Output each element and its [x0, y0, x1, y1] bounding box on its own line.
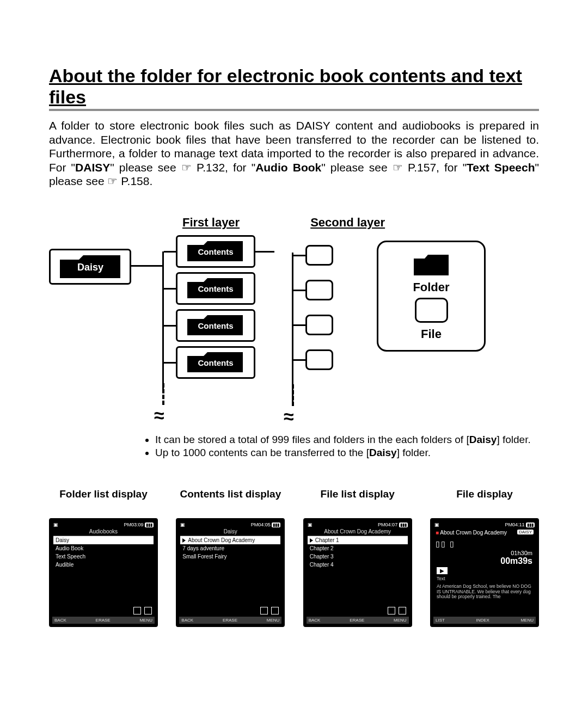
daisy-tag: DAISY [517, 530, 534, 534]
screen-folder-list: ▣PM03:09 ▮▮▮ Audiobooks Daisy Audio Book… [49, 518, 158, 627]
intro-text-speech: Text Speech [467, 161, 535, 174]
legend-box: Folder File [377, 241, 486, 352]
icon-small [271, 607, 279, 614]
list-item: Chapter 3 [308, 552, 408, 561]
screen-contents-list: ▣PM04:05 ▮▮▮ Daisy About Crown Dog Acade… [176, 518, 285, 627]
file-item [305, 245, 333, 266]
display-title-folder-list: Folder list display [49, 489, 158, 513]
intro-for: For " [49, 161, 75, 174]
connector [164, 288, 176, 290]
status-icon: ▣ [308, 522, 313, 527]
icon-small [133, 607, 141, 614]
legend-folder-label: Folder [385, 280, 477, 294]
status-icon: ▣ [434, 522, 439, 527]
intro-text-1: A folder to store electronic book files … [49, 119, 539, 159]
folder-root: Daisy [49, 249, 131, 285]
play-icon [182, 538, 186, 543]
connector [255, 251, 274, 253]
legend-file-shape [415, 298, 448, 323]
status-time: PM04:05 [251, 522, 271, 527]
folder-icon: Contents [186, 351, 246, 374]
legend-file-label: File [385, 327, 477, 341]
connector [293, 359, 305, 361]
folder-icon: Contents [186, 276, 246, 300]
intro-audio-book: Audio Book [255, 161, 321, 174]
icon-small [260, 607, 268, 614]
screen-heading: About Crown Dog Academy [308, 527, 408, 536]
softkey: MENU [267, 618, 280, 623]
icon-small [399, 607, 406, 614]
book-icons: ▯▯ ▯ [434, 538, 535, 550]
connector [162, 251, 164, 393]
battery-icon: ▮▮▮ [272, 523, 280, 527]
file-item [305, 315, 333, 335]
folder-contents: Contents [176, 309, 255, 342]
list-item: Chapter 4 [308, 561, 408, 569]
folder-tree: First layer Second layer Daisy ContentsC… [49, 216, 539, 459]
list-item: Audible [53, 561, 154, 569]
icon-small [388, 607, 395, 614]
file-item [305, 349, 333, 370]
battery-icon: ▮▮▮ [145, 523, 154, 527]
connector [293, 290, 305, 291]
folder-icon: Daisy [58, 253, 122, 280]
softkey: ERASE [223, 618, 237, 623]
icon-small [144, 607, 152, 614]
play-icon [310, 538, 313, 543]
softkey: ERASE [350, 618, 364, 623]
list-item: Small Forest Fairy [180, 552, 280, 561]
screen-heading: Audiobooks [53, 527, 154, 536]
wave-icon: ≈ [284, 406, 333, 427]
note-item: Up to 1000 contents can be transferred t… [155, 447, 539, 459]
file-item [305, 280, 333, 300]
folder-icon: Contents [186, 239, 246, 263]
status-time: PM04:11 [505, 522, 524, 527]
text-label: Text [434, 575, 535, 583]
play-button-icon: ▶ [437, 567, 448, 574]
list-item: About Crown Dog Academy [180, 536, 280, 544]
softkey: MENU [139, 618, 152, 623]
section-title: About the folder for electronic book con… [49, 65, 539, 111]
connector [164, 362, 176, 364]
softkey: MENU [520, 618, 534, 623]
folder-contents: Contents [176, 235, 255, 268]
softkey: LIST [436, 618, 445, 623]
softkey: BACK [54, 618, 66, 623]
folder-root-label: Daisy [77, 262, 103, 273]
display-title-file-list: File list display [303, 489, 412, 513]
intro-paragraph: A folder to store electronic book files … [49, 119, 539, 188]
connector [292, 253, 293, 402]
softkey: ERASE [96, 618, 111, 623]
text-body: At American Dog School, we believe NO DO… [434, 583, 535, 601]
connector [293, 324, 305, 326]
status-icon: ▣ [180, 522, 185, 527]
label-second-layer: Second layer [310, 216, 385, 230]
notes-list: It can be stored a total of 999 files an… [49, 434, 539, 459]
intro-audio-ref: " please see ☞ P.157, for " [321, 161, 467, 174]
list-item: Chapter 2 [308, 544, 408, 552]
intro-daisy-ref: " please see ☞ P.132, for " [110, 161, 255, 174]
list-item: Daisy [53, 536, 154, 544]
note-item: It can be stored a total of 999 files an… [155, 434, 539, 446]
list-item: Chapter 1 [308, 536, 408, 544]
display-previews: Folder list display ▣PM03:09 ▮▮▮ Audiobo… [49, 489, 539, 627]
display-title-file-display: File display [430, 489, 539, 513]
screen-file-display: ▣PM04:11 ▮▮▮ ■ About Crown Dog Academy D… [430, 518, 539, 627]
wave-icon: ≈ [154, 405, 274, 426]
softkey: BACK [181, 618, 193, 623]
softkey: BACK [309, 618, 321, 623]
display-title-contents-list: Contents list display [176, 489, 285, 513]
svg-text:Contents: Contents [198, 247, 234, 256]
status-time: PM03:09 [124, 522, 143, 527]
softkey: INDEX [476, 618, 489, 623]
connector [164, 325, 176, 327]
list-item: Text Speech [53, 552, 154, 561]
battery-icon: ▮▮▮ [399, 523, 408, 527]
play-title: ■ About Crown Dog Academy DAISY [434, 527, 535, 538]
folder-icon: Contents [186, 314, 246, 337]
intro-daisy: DAISY [75, 161, 110, 174]
connector [164, 251, 176, 253]
status-time: PM04:07 [378, 522, 397, 527]
connector [131, 265, 164, 267]
folder-contents: Contents [176, 346, 255, 379]
